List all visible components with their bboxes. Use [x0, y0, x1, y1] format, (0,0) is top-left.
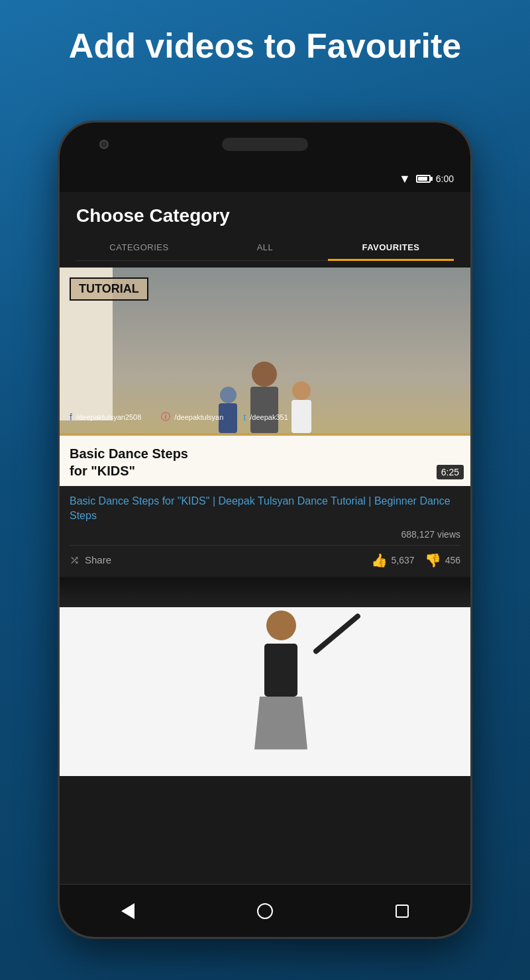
- status-bar: ▼ 6:00: [60, 166, 470, 192]
- share-label-1: Share: [85, 554, 111, 565]
- battery-icon: [416, 175, 431, 183]
- tab-categories-label: CATEGORIES: [109, 242, 168, 252]
- social-instagram: ⓘ /deepaktulsyan: [161, 411, 223, 423]
- page-title: Add videos to Favourite: [0, 0, 530, 86]
- dislike-count: 456: [445, 555, 460, 565]
- social-facebook: f /deepaktulsyan2508: [70, 412, 141, 422]
- tab-categories[interactable]: CATEGORIES: [76, 234, 202, 260]
- social-twitter: t /deepak351: [243, 412, 288, 422]
- nav-home-button[interactable]: [245, 898, 285, 924]
- tab-bar: CATEGORIES ALL FAVOURITES: [76, 234, 454, 261]
- tab-all[interactable]: ALL: [202, 234, 328, 260]
- tutorial-badge: TUTORIAL: [70, 277, 148, 301]
- tab-favourites-label: FAVOURITES: [362, 242, 419, 252]
- like-button[interactable]: 👍 5,637: [371, 552, 415, 568]
- video-card-1: f /deepaktulsyan2508 ⓘ /deepaktulsyan t …: [60, 268, 470, 576]
- app-title: Choose Category: [76, 205, 454, 226]
- nav-recents-button[interactable]: [382, 898, 422, 924]
- video-views-1: 688,127 views: [70, 529, 460, 540]
- nav-back-button[interactable]: [108, 898, 148, 924]
- video-card-2: [60, 577, 470, 776]
- phone-frame: ▼ 6:00 Choose Category CATEGORIES ALL FA…: [60, 122, 470, 937]
- app-header: Choose Category CATEGORIES ALL FAVOURITE…: [60, 192, 470, 268]
- battery-fill: [418, 177, 427, 181]
- video-duration-1: 6:25: [437, 465, 464, 479]
- thumbs-up-icon: 👍: [371, 552, 388, 568]
- video-info-1: Basic Dance Steps for "KIDS" | Deepak Tu…: [60, 486, 470, 576]
- video-list: f /deepaktulsyan2508 ⓘ /deepaktulsyan t …: [60, 268, 470, 884]
- phone-bottom-nav: [60, 884, 470, 937]
- phone-top-bar: [60, 122, 470, 166]
- tab-all-label: ALL: [257, 242, 274, 252]
- phone-screen: Choose Category CATEGORIES ALL FAVOURITE…: [60, 192, 470, 884]
- share-button-1[interactable]: ⤮ Share: [70, 553, 371, 567]
- video-actions-1: ⤮ Share 👍 5,637 👎 456: [70, 545, 460, 568]
- dislike-button[interactable]: 👎 456: [425, 552, 460, 568]
- thumbs-down-icon: 👎: [425, 552, 441, 568]
- wifi-icon: ▼: [399, 172, 411, 186]
- video-title-1[interactable]: Basic Dance Steps for "KIDS" | Deepak Tu…: [70, 494, 460, 524]
- tab-favourites[interactable]: FAVOURITES: [328, 234, 454, 260]
- video-overlay-text: Basic Dance Steps for "KIDS": [60, 436, 470, 486]
- like-dislike-group: 👍 5,637 👎 456: [371, 552, 460, 568]
- front-camera: [99, 140, 109, 149]
- share-icon: ⤮: [70, 553, 80, 567]
- video-thumbnail-2[interactable]: [60, 577, 470, 776]
- video-thumbnail-1[interactable]: f /deepaktulsyan2508 ⓘ /deepaktulsyan t …: [60, 268, 470, 486]
- status-time: 6:00: [436, 173, 454, 184]
- phone-speaker: [222, 138, 308, 151]
- like-count: 5,637: [392, 555, 415, 565]
